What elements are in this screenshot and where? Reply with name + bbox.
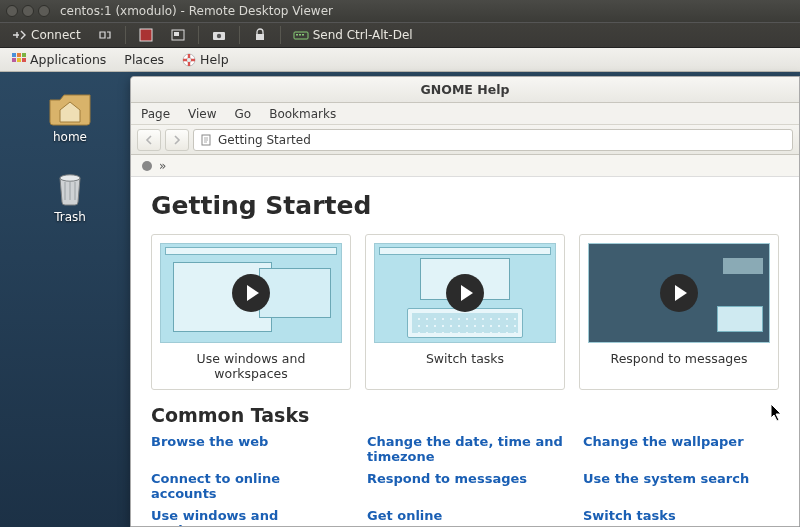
menu-view[interactable]: View (186, 105, 226, 123)
task-link[interactable]: Get online (367, 508, 563, 526)
help-window-titlebar[interactable]: GNOME Help (131, 77, 799, 103)
places-label: Places (124, 52, 164, 67)
send-keys-label: Send Ctrl-Alt-Del (313, 28, 413, 42)
video-card-label: Respond to messages (588, 351, 770, 366)
video-thumbnail (160, 243, 342, 343)
fullscreen-icon (138, 27, 154, 43)
nav-forward-button[interactable] (165, 129, 189, 151)
task-link[interactable]: Use windows and workspaces (151, 508, 347, 526)
svg-rect-7 (296, 34, 298, 36)
send-keys-button[interactable]: Send Ctrl-Alt-Del (286, 24, 420, 46)
gnome-foot-icon (141, 160, 153, 172)
help-window-title: GNOME Help (421, 82, 510, 97)
help-label: Help (200, 52, 229, 67)
help-menu[interactable]: Help (174, 49, 237, 70)
desktop-icon-trash[interactable]: Trash (35, 168, 105, 224)
breadcrumb: » (131, 155, 799, 177)
toolbar-separator (198, 26, 199, 44)
task-link[interactable]: Respond to messages (367, 471, 563, 501)
location-bar[interactable]: Getting Started (193, 129, 793, 151)
scaling-icon (170, 27, 186, 43)
lock-icon (252, 27, 268, 43)
connect-label: Connect (31, 28, 81, 42)
lifebuoy-icon (182, 53, 196, 67)
toolbar-separator (125, 26, 126, 44)
plug-icon (11, 27, 27, 43)
svg-rect-11 (17, 53, 21, 57)
svg-point-17 (187, 57, 192, 62)
applications-menu[interactable]: Applications (4, 49, 114, 70)
video-card-label: Switch tasks (374, 351, 556, 366)
svg-point-18 (60, 175, 80, 181)
task-link[interactable]: Change the date, time and timezone (367, 434, 563, 464)
svg-rect-14 (17, 58, 21, 62)
readonly-button[interactable] (245, 24, 275, 46)
scaling-button[interactable] (163, 24, 193, 46)
svg-rect-12 (22, 53, 26, 57)
apps-grid-icon (12, 53, 26, 67)
host-toolbar: Connect Send Ctrl-Alt-Del (0, 22, 800, 48)
video-thumbnail (588, 243, 770, 343)
toolbar-separator (280, 26, 281, 44)
menu-go[interactable]: Go (233, 105, 262, 123)
svg-rect-15 (22, 58, 26, 62)
play-icon (660, 274, 698, 312)
applications-label: Applications (30, 52, 106, 67)
screenshot-button[interactable] (204, 24, 234, 46)
svg-point-4 (216, 34, 220, 38)
video-card[interactable]: Switch tasks (365, 234, 565, 390)
task-link[interactable]: Change the wallpaper (583, 434, 779, 464)
fullscreen-button[interactable] (131, 24, 161, 46)
help-content: Getting Started Use windows and workspac… (131, 177, 799, 526)
disconnect-button[interactable] (90, 24, 120, 46)
location-text: Getting Started (218, 133, 311, 147)
gnome-help-window: GNOME Help Page View Go Bookmarks Gettin… (130, 76, 800, 527)
svg-rect-10 (12, 53, 16, 57)
gnome-top-panel: Applications Places Help (0, 48, 800, 72)
places-menu[interactable]: Places (116, 49, 172, 70)
svg-rect-5 (256, 34, 264, 40)
task-link[interactable]: Browse the web (151, 434, 347, 464)
unplug-icon (97, 27, 113, 43)
minimize-icon[interactable] (22, 5, 34, 17)
task-link[interactable]: Switch tasks (583, 508, 779, 526)
connect-button[interactable]: Connect (4, 24, 88, 46)
help-window-navbar: Getting Started (131, 125, 799, 155)
video-card[interactable]: Respond to messages (579, 234, 779, 390)
desktop-icon-label: Trash (35, 210, 105, 224)
video-card[interactable]: Use windows and workspaces (151, 234, 351, 390)
video-card-label: Use windows and workspaces (160, 351, 342, 381)
page-icon (200, 134, 212, 146)
desktop-icon-home[interactable]: home (35, 88, 105, 144)
host-window-title: centos:1 (xmodulo) - Remote Desktop View… (60, 4, 333, 18)
help-window-menubar: Page View Go Bookmarks (131, 103, 799, 125)
play-icon (446, 274, 484, 312)
page-heading: Getting Started (151, 191, 779, 220)
desktop-icon-label: home (35, 130, 105, 144)
breadcrumb-separator: » (159, 159, 166, 173)
toolbar-separator (239, 26, 240, 44)
nav-back-button[interactable] (137, 129, 161, 151)
maximize-icon[interactable] (38, 5, 50, 17)
remote-desktop[interactable]: Applications Places Help home Trash GNOM… (0, 48, 800, 527)
task-link[interactable]: Connect to online accounts (151, 471, 347, 501)
svg-rect-13 (12, 58, 16, 62)
chevron-right-icon (171, 134, 183, 146)
video-thumbnail (374, 243, 556, 343)
close-icon[interactable] (6, 5, 18, 17)
svg-rect-8 (299, 34, 301, 36)
svg-rect-0 (140, 29, 152, 41)
menu-bookmarks[interactable]: Bookmarks (267, 105, 346, 123)
camera-icon (211, 27, 227, 43)
folder-home-icon (48, 88, 92, 126)
play-icon (232, 274, 270, 312)
svg-point-20 (142, 161, 152, 171)
keyboard-icon (293, 27, 309, 43)
menu-page[interactable]: Page (139, 105, 180, 123)
svg-rect-9 (302, 34, 304, 36)
task-link[interactable]: Use the system search (583, 471, 779, 501)
chevron-left-icon (143, 134, 155, 146)
common-tasks-grid: Browse the web Change the date, time and… (151, 434, 779, 526)
video-cards: Use windows and workspaces Switch tasks … (151, 234, 779, 390)
section-heading: Common Tasks (151, 404, 779, 426)
